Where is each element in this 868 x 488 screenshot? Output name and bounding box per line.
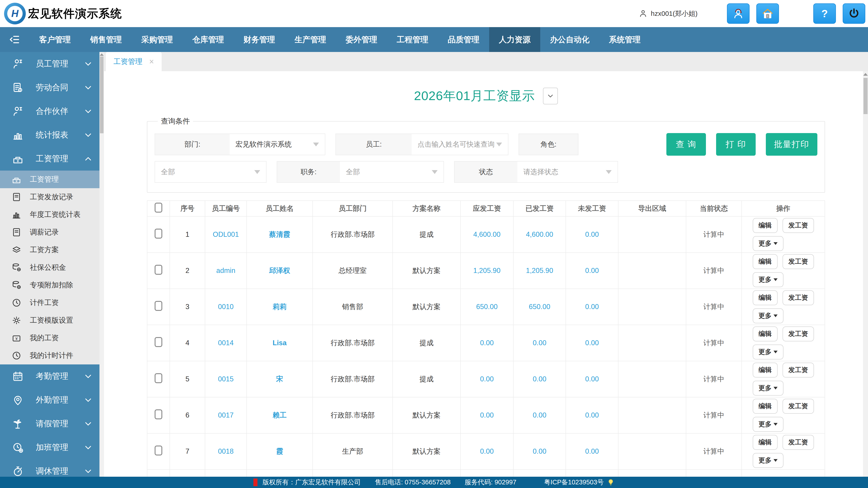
content-scrollbar-thumb[interactable] [864,78,868,114]
gross-link[interactable]: 0.00 [480,447,494,455]
row-checkbox[interactable] [155,446,162,455]
sidebar-collapse-button[interactable] [0,27,29,52]
row-checkbox[interactable] [155,373,162,383]
nav-item-outsourcing[interactable]: 委外管理 [336,27,387,52]
sidebar-scrollbar[interactable] [99,52,104,477]
pay-salary-button[interactable]: 发工资 [782,326,814,341]
pay-salary-button[interactable]: 发工资 [782,399,814,414]
submenu-item-piecework-salary[interactable]: 计件工资 [0,294,99,312]
submenu-item-salary-template-settings[interactable]: 工资模版设置 [0,312,99,329]
emp-id-link[interactable]: 0017 [218,411,234,419]
sidebar-item-employee-mgmt[interactable]: 员工管理 [0,52,99,76]
row-checkbox[interactable] [155,229,162,238]
edit-button[interactable]: 编辑 [753,399,778,414]
pay-salary-button[interactable]: 发工资 [782,363,814,378]
footer-icp[interactable]: 粤ICP备10239503号 [544,478,603,487]
paid-link[interactable]: 0.00 [533,375,546,383]
content-scrollbar[interactable] [863,71,868,477]
submenu-item-payment-records[interactable]: 工资发放记录 [0,188,99,206]
submenu-item-my-time-piecework[interactable]: 我的计时计件 [0,347,99,364]
more-button[interactable]: 更多 [753,381,783,396]
help-button[interactable]: ? [813,3,836,24]
sidebar-item-comp-leave-mgmt[interactable]: 调休管理 [0,459,99,477]
edit-button[interactable]: 编辑 [753,363,778,378]
unpaid-link[interactable]: 0.00 [585,303,599,311]
submenu-item-salary-mgmt[interactable]: ¥ 工资管理 [0,170,99,188]
nav-item-purchasing[interactable]: 采购管理 [131,27,183,52]
pay-salary-button[interactable]: 发工资 [782,218,814,233]
nav-item-customer[interactable]: 客户管理 [29,27,81,52]
unpaid-link[interactable]: 0.00 [585,447,599,455]
nav-item-production[interactable]: 生产管理 [285,27,336,52]
sidebar-item-leave-mgmt[interactable]: 请假管理 [0,412,99,435]
submenu-item-my-salary[interactable]: ¥ 我的工资 [0,329,99,347]
pay-salary-button[interactable]: 发工资 [782,435,814,450]
gross-link[interactable]: 0.00 [480,375,494,383]
service-agent-button[interactable] [727,3,749,24]
gross-link[interactable]: 0.00 [480,339,494,347]
more-button[interactable]: 更多 [753,453,783,468]
gross-link[interactable]: 650.00 [476,303,498,311]
emp-id-link[interactable]: 0010 [218,303,234,311]
emp-name-link[interactable]: 邱泽权 [269,267,290,274]
unpaid-link[interactable]: 0.00 [585,339,599,347]
unpaid-link[interactable]: 0.00 [585,375,599,383]
select-all-checkbox[interactable] [155,203,162,213]
scrollbar-up-arrow-icon[interactable] [100,53,104,56]
nav-item-warehouse[interactable]: 仓库管理 [183,27,234,52]
sidebar-item-statistics-reports[interactable]: 统计报表 [0,123,99,147]
emp-id-link[interactable]: admin [216,267,235,274]
batch-print-button[interactable]: 批量打印 [766,133,817,156]
submenu-item-annual-salary-stats[interactable]: 年度工资统计表 [0,206,99,223]
emp-name-link[interactable]: 霞 [276,447,283,455]
more-button[interactable]: 更多 [753,308,783,323]
paid-link[interactable]: 1,205.90 [526,267,553,274]
status-select[interactable]: 状态 请选择状态 [454,161,618,183]
month-select-button[interactable] [543,88,558,104]
more-button[interactable]: 更多 [753,236,783,251]
sidebar-item-labor-contract[interactable]: 劳动合同 [0,76,99,99]
more-button[interactable]: 更多 [753,345,783,359]
more-button[interactable]: 更多 [753,417,783,432]
nav-item-office-automation[interactable]: 办公自动化 [540,27,599,52]
sidebar-item-attendance-mgmt[interactable]: 考勤管理 [0,364,99,388]
sidebar-scrollbar-thumb[interactable] [100,57,103,133]
submenu-item-salary-plans[interactable]: 工资方案 [0,241,99,259]
edit-button[interactable]: 编辑 [753,435,778,450]
scrollbar-up-arrow-icon[interactable] [863,73,868,76]
paid-link[interactable]: 0.00 [533,411,546,419]
nav-item-hr[interactable]: 人力资源 [489,27,540,52]
paid-link[interactable]: 0.00 [533,339,546,347]
pay-salary-button[interactable]: 发工资 [782,290,814,305]
edit-button[interactable]: 编辑 [753,326,778,341]
gross-link[interactable]: 4,600.00 [473,230,501,238]
edit-button[interactable]: 编辑 [753,290,778,305]
pay-salary-button[interactable]: 发工资 [782,254,814,269]
sidebar-item-salary-mgmt[interactable]: ¥ 工资管理 [0,147,99,170]
emp-name-link[interactable]: 莉莉 [273,303,287,311]
emp-name-link[interactable]: 蔡清霞 [269,230,290,238]
nav-item-finance[interactable]: 财务管理 [234,27,285,52]
tab-salary-mgmt[interactable]: 工资管理 × [106,52,162,71]
row-checkbox[interactable] [155,265,162,275]
sidebar-item-overtime-mgmt[interactable]: 加班管理 [0,435,99,459]
employee-select[interactable]: 员工: 点击输入姓名可快速查询 [336,133,508,155]
nav-item-system[interactable]: 系统管理 [599,27,650,52]
paid-link[interactable]: 0.00 [533,447,546,455]
gross-link[interactable]: 1,205.90 [473,267,501,274]
role-select[interactable]: 角色: [519,133,579,155]
department-select[interactable]: 部门: 宏见软件演示系统 [155,133,325,155]
emp-id-link[interactable]: 0014 [218,339,234,347]
submenu-item-special-deductions[interactable]: 专项附加扣除 [0,276,99,294]
submenu-item-salary-adjustment-records[interactable]: 调薪记录 [0,223,99,241]
row-checkbox[interactable] [155,301,162,311]
search-button[interactable]: 查 询 [666,133,706,156]
emp-name-link[interactable]: 赖工 [273,411,287,419]
more-button[interactable]: 更多 [753,272,783,287]
row-checkbox[interactable] [155,410,162,419]
edit-button[interactable]: 编辑 [753,218,778,233]
logout-button[interactable] [843,3,865,24]
print-button[interactable]: 打 印 [716,133,756,156]
nav-item-engineering[interactable]: 工程管理 [387,27,438,52]
paid-link[interactable]: 4,600.00 [526,230,553,238]
